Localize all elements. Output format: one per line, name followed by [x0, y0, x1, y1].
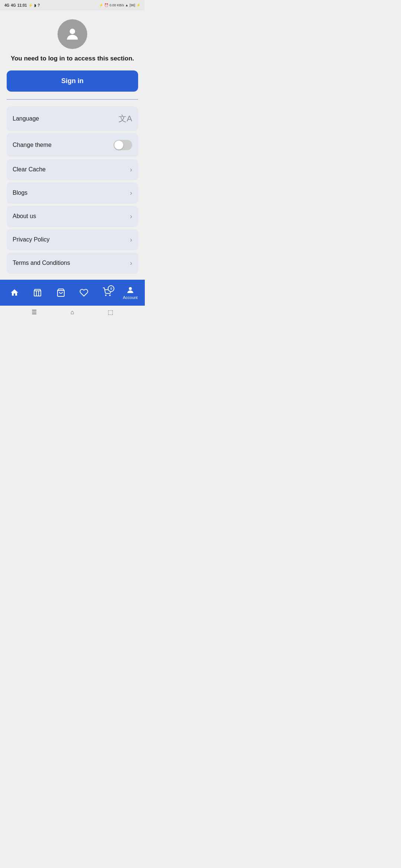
clear-cache-label: Clear Cache [13, 166, 46, 173]
about-us-menu-item[interactable]: About us › [7, 206, 138, 227]
status-left: 4G 4G 11:01 ⚡ ◗ ? [4, 3, 40, 7]
cart-wrapper: 0 [102, 287, 111, 298]
language-menu-item[interactable]: Language 文A [7, 106, 138, 131]
bluetooth-icon: ⚡ [99, 3, 103, 7]
cart-badge: 0 [108, 285, 114, 292]
status-bar: 4G 4G 11:01 ⚡ ◗ ? ⚡ ⏰ 0.00 KB/s ▲ [96] ⚡ [0, 0, 145, 10]
about-us-label: About us [13, 213, 36, 220]
toggle-thumb [114, 141, 123, 149]
language-label: Language [13, 115, 39, 122]
theme-toggle-wrapper [114, 140, 132, 150]
nav-item-shop[interactable] [49, 288, 72, 297]
terms-conditions-chevron-icon: › [130, 259, 132, 267]
svg-point-6 [110, 295, 110, 296]
terms-conditions-label: Terms and Conditions [13, 260, 70, 266]
clear-cache-right: › [130, 166, 132, 174]
clear-cache-chevron-icon: › [130, 166, 132, 174]
hamburger-icon[interactable]: ☰ [32, 309, 37, 316]
blogs-right: › [130, 189, 132, 197]
svg-point-0 [70, 29, 75, 34]
nav-item-account[interactable]: Account [119, 286, 142, 300]
about-us-right: › [130, 213, 132, 220]
home-icon [10, 288, 19, 297]
terms-conditions-menu-item[interactable]: Terms and Conditions › [7, 253, 138, 274]
account-nav-label: Account [123, 295, 138, 300]
translate-icon: 文A [118, 113, 132, 124]
question-icon: ? [38, 3, 40, 7]
clear-cache-menu-item[interactable]: Clear Cache › [7, 159, 138, 180]
privacy-policy-menu-item[interactable]: Privacy Policy › [7, 229, 138, 250]
person-icon [64, 26, 81, 42]
status-right: ⚡ ⏰ 0.00 KB/s ▲ [96] ⚡ [99, 3, 140, 7]
nav-item-wishlist[interactable] [72, 288, 95, 297]
status-time: 11:01 [17, 3, 27, 7]
svg-rect-1 [34, 291, 41, 296]
divider [7, 99, 138, 100]
back-button-icon[interactable]: ⬚ [108, 309, 113, 316]
nav-item-store[interactable] [26, 288, 49, 297]
bolt-icon: ⚡ [136, 3, 140, 7]
nav-item-home[interactable] [3, 288, 26, 297]
menu-list: Language 文A Change theme Clear Cache › [7, 106, 138, 274]
main-content: You need to log in to access this sectio… [0, 10, 145, 280]
svg-point-5 [105, 295, 106, 296]
moon-icon: ◗ [34, 3, 36, 7]
network-speed: 0.00 KB/s [110, 3, 124, 7]
toggle-track [114, 140, 132, 150]
account-icon [126, 286, 135, 295]
blogs-chevron-icon: › [130, 189, 132, 197]
privacy-policy-right: › [130, 236, 132, 244]
usb-icon: ⚡ [28, 3, 33, 7]
blogs-label: Blogs [13, 190, 27, 196]
system-nav: ☰ ⌂ ⬚ [0, 306, 145, 319]
signal-4g-1: 4G [4, 3, 9, 7]
svg-point-7 [129, 287, 132, 290]
home-button-icon[interactable]: ⌂ [71, 309, 74, 316]
signal-4g-2: 4G [11, 3, 16, 7]
terms-conditions-right: › [130, 259, 132, 267]
blogs-menu-item[interactable]: Blogs › [7, 183, 138, 204]
store-icon [33, 288, 42, 297]
wifi-icon: ▲ [125, 3, 128, 7]
privacy-policy-chevron-icon: › [130, 236, 132, 244]
change-theme-label: Change theme [13, 142, 52, 148]
heart-icon [79, 288, 88, 297]
alarm-icon: ⏰ [104, 3, 108, 7]
about-us-chevron-icon: › [130, 213, 132, 220]
avatar [58, 19, 87, 49]
bottom-nav: 0 Account [0, 280, 145, 306]
sign-in-button[interactable]: Sign in [7, 70, 138, 92]
login-message: You need to log in to access this sectio… [11, 55, 134, 62]
nav-item-cart[interactable]: 0 [95, 287, 118, 298]
change-theme-menu-item[interactable]: Change theme [7, 133, 138, 157]
battery-icon: [96] [130, 3, 135, 7]
privacy-policy-label: Privacy Policy [13, 236, 50, 243]
language-right: 文A [118, 113, 132, 124]
theme-toggle[interactable] [114, 140, 132, 150]
shopping-bag-icon [56, 288, 65, 297]
